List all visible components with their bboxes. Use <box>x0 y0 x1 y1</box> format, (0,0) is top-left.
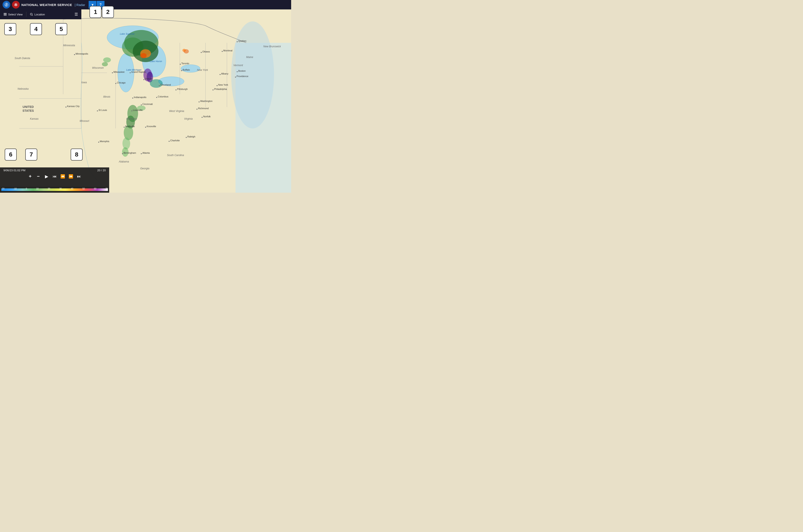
color-scale-container: -20 -10 0 10 20 30 40 50 60 70 <box>1 188 108 192</box>
city-dot-cincinnati <box>141 104 142 106</box>
callout-1: 1 <box>90 6 101 18</box>
city-dot-memphis <box>98 142 99 143</box>
svg-point-33 <box>183 49 186 52</box>
location-button[interactable]: Location <box>28 12 47 17</box>
city-dot-knoxville <box>145 127 146 128</box>
location-label: Location <box>35 13 45 16</box>
callout-box-5: 5 <box>55 23 67 35</box>
callout-box-7: 7 <box>25 149 37 160</box>
city-dot-pittsburgh <box>175 90 177 91</box>
scale-tick-n20: -20 <box>1 188 4 190</box>
city-dot-minneapolis <box>74 54 75 55</box>
svg-point-25 <box>102 62 108 66</box>
color-scale-bar: -20 -10 0 10 20 30 40 50 60 70 <box>0 187 109 193</box>
city-dot-nashville <box>124 127 125 128</box>
start-button[interactable]: ⏮ <box>51 173 58 179</box>
city-dot-atlanta <box>141 153 142 154</box>
callout-4: 4 <box>30 23 42 35</box>
svg-point-31 <box>122 147 129 157</box>
frame-counter: 20 / 20 <box>97 169 106 172</box>
svg-point-1 <box>118 54 134 92</box>
city-dot-richmond <box>196 109 197 110</box>
svg-point-24 <box>103 57 111 62</box>
callout-box-1: 1 <box>90 6 101 18</box>
city-dot-columbus <box>156 97 157 98</box>
city-dot-norfolk <box>202 117 203 118</box>
scale-tick-60: 60 <box>94 188 96 190</box>
svg-rect-40 <box>4 15 7 16</box>
noaa-icon <box>4 2 9 7</box>
select-view-button[interactable]: Select View <box>2 12 24 17</box>
callout-8: 8 <box>71 149 83 160</box>
zoom-out-button[interactable]: − <box>35 173 41 179</box>
city-dot-providence <box>235 77 236 78</box>
zoom-in-button[interactable]: + <box>27 173 33 179</box>
toolbar: Select View Location ☰ <box>0 10 81 19</box>
layers-icon <box>3 13 7 16</box>
callout-6: 6 <box>5 149 17 160</box>
city-dot-raleigh <box>186 137 187 138</box>
play-button[interactable]: ▶ <box>43 173 50 179</box>
callout-box-4: 4 <box>30 23 42 35</box>
menu-button[interactable]: ☰ <box>73 11 80 18</box>
scale-tick-50: 50 <box>82 188 85 190</box>
map-svg <box>0 0 291 193</box>
toolbar-divider <box>26 12 26 17</box>
city-dot-charlotte <box>169 141 170 142</box>
city-dot-albany <box>219 74 221 75</box>
city-dot-washington <box>199 101 200 102</box>
search-icon <box>30 13 33 16</box>
scale-tick-40: 40 <box>71 188 73 190</box>
rewind-button[interactable]: ⏪ <box>59 173 66 179</box>
scale-tick-10: 10 <box>36 188 39 190</box>
callout-5: 5 <box>55 23 67 35</box>
callout-2: 2 <box>102 6 114 18</box>
svg-point-26 <box>150 79 163 88</box>
city-dot-birmingham <box>122 153 123 154</box>
svg-point-6 <box>231 21 274 129</box>
city-dot-kansas-city <box>65 107 66 108</box>
city-dot-ottawa <box>201 52 202 53</box>
city-dot-indianapolis <box>132 98 133 99</box>
city-dot-cleveland <box>159 85 160 86</box>
header: NATIONAL WEATHER SERVICE | Radar ▾ ? <box>0 0 291 10</box>
nws-title: NATIONAL WEATHER SERVICE <box>21 3 72 7</box>
scale-tick-30: 30 <box>59 188 62 190</box>
city-dot-boston <box>237 71 238 72</box>
city-dot-st-louis <box>97 111 98 112</box>
callout-3: 3 <box>4 23 16 35</box>
callout-box-3: 3 <box>4 23 16 35</box>
city-dot-milwaukee <box>112 72 113 73</box>
fastforward-button[interactable]: ⏩ <box>68 173 74 179</box>
scale-tick-n10: -10 <box>14 188 17 190</box>
city-dot-philadelphia <box>213 90 214 91</box>
callout-box-6: 6 <box>5 149 17 160</box>
city-dot-grand-rapids <box>130 72 131 73</box>
city-dot-montreal <box>222 51 223 52</box>
callout-box-2: 2 <box>102 6 114 18</box>
noaa-logo-blue <box>3 1 10 8</box>
time-info: 9/06/23 01:02 PM 20 / 20 <box>0 167 109 172</box>
radar-label: | Radar <box>75 3 85 7</box>
svg-rect-38 <box>4 13 7 14</box>
city-dot-new-york <box>217 85 218 86</box>
city-dot-louisville <box>131 111 133 112</box>
svg-line-42 <box>32 15 33 16</box>
city-dot-quebec <box>237 41 238 42</box>
svg-point-34 <box>137 106 146 111</box>
select-view-label: Select View <box>8 13 23 16</box>
svg-point-4 <box>181 65 200 72</box>
scale-tick-70: 70 <box>106 188 108 190</box>
end-button[interactable]: ⏭ <box>76 173 82 179</box>
city-dot-buffalo <box>181 70 182 71</box>
control-bar: 9/06/23 01:02 PM 20 / 20 + − ▶ ⏮ ⏪ ⏩ ⏭ <box>0 167 109 187</box>
logo-area: NATIONAL WEATHER SERVICE | Radar <box>0 0 88 10</box>
callout-box-8: 8 <box>71 149 83 160</box>
playback-controls: + − ▶ ⏮ ⏪ ⏩ ⏭ <box>0 172 109 180</box>
city-dot-chicago <box>115 83 116 84</box>
city-dot-detroit <box>144 79 145 80</box>
scale-tick-20: 20 <box>48 188 50 190</box>
svg-rect-39 <box>4 14 7 15</box>
scale-tick-0: 0 <box>26 188 27 190</box>
svg-point-21 <box>140 53 147 58</box>
